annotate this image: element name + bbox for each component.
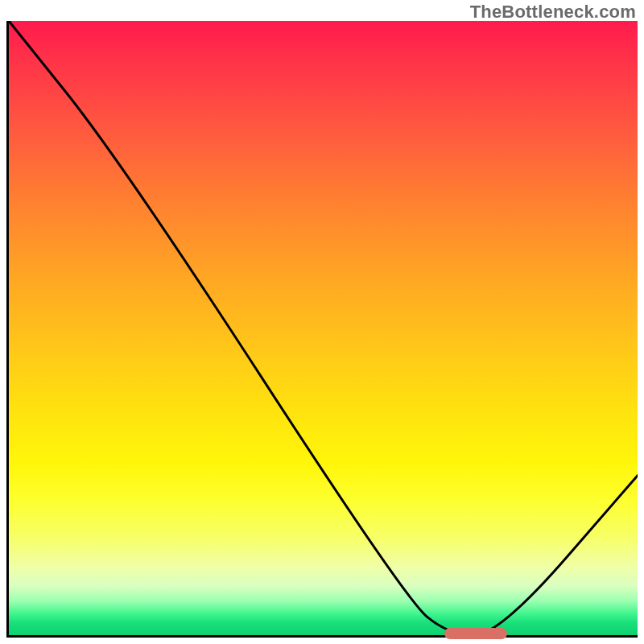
curve-svg	[9, 21, 638, 635]
optimal-range-marker	[444, 628, 507, 639]
bottleneck-curve-path	[9, 21, 638, 635]
watermark-text: TheBottleneck.com	[470, 2, 636, 23]
plot-area	[6, 21, 638, 638]
